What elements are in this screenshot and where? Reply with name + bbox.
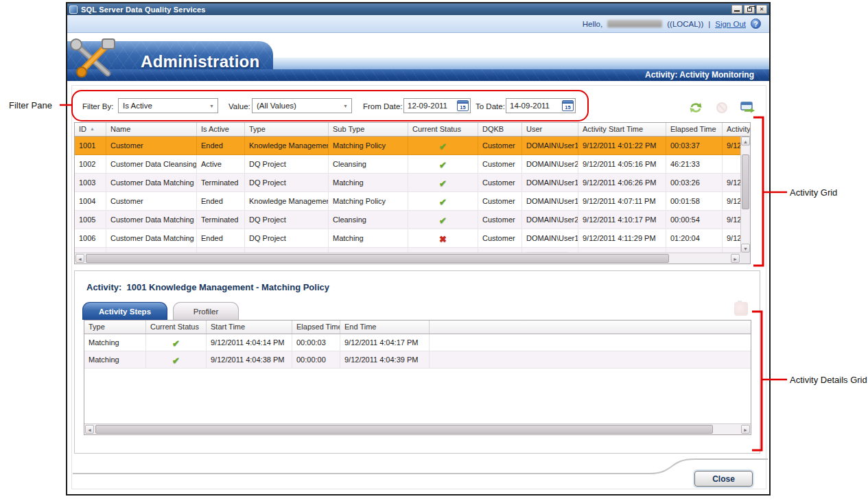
activity-row-1001[interactable]: 1001CustomerEndedKnowledge ManagementMat…	[75, 137, 740, 155]
filter-by-dropdown[interactable]: Is Active ▼	[118, 98, 218, 113]
cell-end_time: 9/12/20	[723, 211, 740, 229]
column-header-dqkb[interactable]: DQKB	[478, 123, 522, 136]
cell-is_active: Terminated	[197, 211, 245, 229]
cell-elapsed: 00:03:37	[666, 137, 723, 154]
cell-user: DOMAIN\User2	[522, 155, 578, 173]
cell-is_active: Terminated	[197, 174, 245, 191]
minimize-button[interactable]	[731, 5, 742, 14]
cell-status: ✔	[408, 211, 478, 229]
scroll-left-arrow[interactable]: ◄	[75, 254, 84, 263]
value-label: Value:	[228, 102, 250, 110]
scrollbar-thumb[interactable]	[742, 154, 749, 209]
horizontal-scrollbar[interactable]: ◄ ►	[84, 423, 751, 434]
activity-grid-body: 1001CustomerEndedKnowledge ManagementMat…	[75, 137, 740, 253]
column-header-is-active[interactable]: Is Active	[197, 123, 245, 136]
cell-id: 1005	[75, 211, 106, 229]
cell-id: 1007	[75, 248, 106, 253]
column-header-filler[interactable]	[430, 321, 751, 334]
activity-row-1007[interactable]: 1007CustomerEndedKnowledge ManagementDom…	[75, 248, 740, 253]
cell-name: Customer Data Matching	[106, 229, 197, 247]
activity-step-row[interactable]: Matching✔9/12/2011 4:04:14 PM00:00:039/1…	[84, 334, 751, 351]
cell-start_time: 9/12/2011 4:10:17 PM	[578, 211, 666, 229]
close-window-button[interactable]: ✕	[756, 5, 767, 14]
activity-row-1006[interactable]: 1006Customer Data MatchingEndedDQ Projec…	[75, 229, 740, 248]
column-header-current-status[interactable]: Current Status	[146, 321, 207, 334]
column-header-start-time[interactable]: Start Time	[207, 321, 292, 334]
cell-dqkb: Customer	[478, 155, 522, 173]
column-header-elapsed-time[interactable]: Elapsed Time	[666, 123, 723, 136]
sort-ascending-icon: ▲	[90, 126, 95, 131]
terminate-activity-icon-disabled[interactable]	[714, 100, 730, 115]
cell-is_active: Ended	[197, 229, 245, 247]
scroll-left-arrow[interactable]: ◄	[85, 425, 94, 434]
status-success-icon: ✔	[172, 338, 180, 349]
column-header-name[interactable]: Name	[106, 123, 197, 136]
scrollbar-thumb[interactable]	[95, 425, 713, 434]
activity-row-1003[interactable]: 1003Customer Data MatchingTerminatedDQ P…	[75, 174, 740, 192]
scroll-down-arrow[interactable]: ▼	[741, 244, 750, 253]
sign-out-link[interactable]: Sign Out	[715, 20, 746, 28]
cell-start_time: 9/12/2011 5:04:41 PM	[578, 248, 666, 253]
calendar-icon[interactable]: 15	[457, 100, 469, 111]
app-icon	[69, 5, 78, 14]
column-header-id[interactable]: ID▲	[75, 123, 106, 136]
cell-name: Customer	[106, 137, 197, 154]
details-grid-header: TypeCurrent StatusStart TimeElapsed Time…	[84, 321, 751, 334]
cell-type: Knowledge Management	[245, 248, 329, 253]
column-header-activity[interactable]: Activity	[723, 123, 751, 136]
activity-details-title: Activity: 1001 Knowledge Management - Ma…	[86, 282, 329, 292]
horizontal-scrollbar[interactable]: ◄ ►	[75, 253, 740, 264]
from-date-input[interactable]: 12-09-2011 15	[403, 98, 471, 113]
status-success-icon: ✔	[439, 141, 447, 152]
column-header-user[interactable]: User	[522, 123, 578, 136]
help-icon[interactable]: ?	[751, 19, 761, 29]
cell-is_active: Ended	[197, 248, 245, 253]
cell-end_time: 9/12/2011 4:04:17 PM	[340, 334, 430, 351]
vertical-scrollbar[interactable]: ▲ ▼	[740, 137, 750, 253]
scroll-right-arrow[interactable]: ►	[741, 425, 750, 434]
cell-id: 1002	[75, 155, 106, 173]
column-header-type[interactable]: Type	[245, 123, 329, 136]
export-icon[interactable]	[740, 100, 756, 115]
restore-button[interactable]	[744, 5, 755, 14]
to-date-value: 14-09-2011	[510, 102, 550, 110]
cell-name: Customer	[106, 248, 197, 253]
to-date-input[interactable]: 14-09-2011 15	[506, 98, 576, 113]
chevron-down-icon: ▼	[343, 104, 351, 108]
cell-type: DQ Project	[245, 229, 329, 247]
column-header-elapsed-time[interactable]: Elapsed Time	[292, 321, 340, 334]
column-header-end-time[interactable]: End Time	[340, 321, 430, 334]
scroll-right-arrow[interactable]: ►	[731, 254, 740, 263]
username-redacted	[607, 20, 662, 27]
column-header-activity-start-time[interactable]: Activity Start Time	[578, 123, 666, 136]
scrollbar-thumb[interactable]	[86, 254, 669, 263]
details-action-icon-disabled[interactable]	[734, 302, 748, 316]
window-titlebar[interactable]: SQL Server Data Quality Services ✕	[67, 3, 769, 15]
activity-row-1004[interactable]: 1004CustomerEndedKnowledge ManagementMat…	[75, 192, 740, 211]
cell-elapsed: 00:00:42	[666, 248, 723, 253]
activity-row-1005[interactable]: 1005Customer Data MatchingTerminatedDQ P…	[75, 211, 740, 229]
column-header-sub-type[interactable]: Sub Type	[329, 123, 408, 136]
tab-activity-steps[interactable]: Activity Steps	[82, 302, 167, 320]
cell-sub_type: Cleansing	[329, 155, 408, 173]
filter-by-value: Is Active	[123, 102, 152, 110]
cell-sub_type: Matching Policy	[329, 192, 408, 210]
activity-row-1002[interactable]: 1002Customer Data CleansingActiveDQ Proj…	[75, 155, 740, 174]
from-date-value: 12-09-2011	[408, 102, 447, 110]
value-dropdown[interactable]: (All Values) ▼	[252, 98, 352, 113]
cell-is_active: Ended	[197, 137, 245, 154]
cell-type: DQ Project	[245, 174, 329, 191]
column-header-current-status[interactable]: Current Status	[408, 123, 478, 136]
scroll-up-arrow[interactable]: ▲	[741, 137, 750, 145]
calendar-icon[interactable]: 15	[562, 100, 574, 111]
column-header-type[interactable]: Type	[84, 321, 146, 334]
to-date-label: To Date:	[476, 102, 505, 110]
cell-elapsed: 46:21:33	[666, 155, 723, 173]
annotation-filter-pane: Filter Pane	[9, 100, 52, 110]
activity-step-row[interactable]: Matching✔9/12/2011 4:04:38 PM00:00:009/1…	[84, 351, 751, 369]
cell-start_time: 9/12/2011 4:04:38 PM	[207, 351, 292, 368]
close-button[interactable]: Close	[694, 471, 753, 487]
status-success-icon: ✔	[439, 178, 447, 189]
tab-profiler[interactable]: Profiler	[173, 302, 239, 320]
refresh-icon[interactable]	[688, 100, 704, 115]
